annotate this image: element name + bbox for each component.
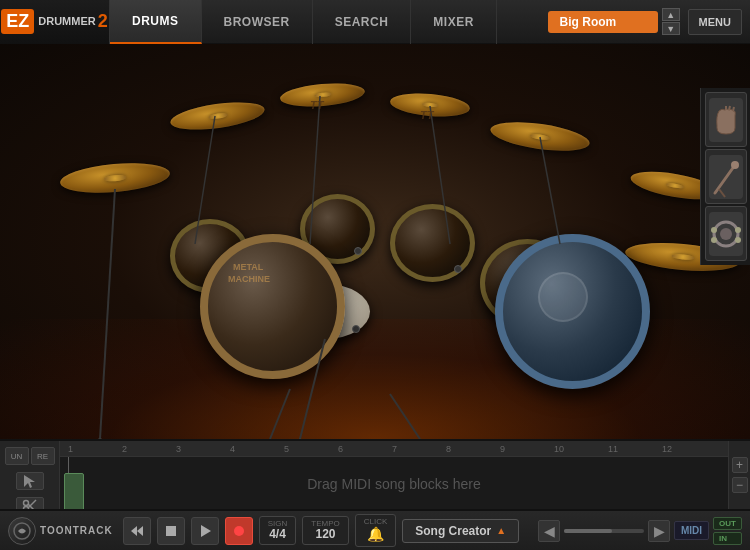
toontrack-icon [8, 517, 36, 545]
nav-tabs: DRUMS BROWSER SEARCH MIXER [110, 0, 497, 44]
crash-cymbal-1[interactable] [169, 98, 266, 135]
tab-search[interactable]: SEARCH [313, 0, 412, 44]
drum-area: METAL MACHINE TT TT [0, 44, 750, 439]
tab-browser[interactable]: BROWSER [202, 0, 313, 44]
drummer-logo: DRUMMER [38, 15, 95, 28]
undo-button[interactable]: UN [5, 447, 29, 465]
click-icon: 🔔 [367, 527, 384, 542]
rewind-button[interactable] [123, 517, 151, 545]
tt-logo-2: TT [420, 109, 433, 121]
measure-7: 7 [392, 444, 397, 454]
hand-instrument-btn[interactable] [705, 92, 747, 147]
svg-point-20 [720, 228, 732, 240]
measure-12: 12 [662, 444, 672, 454]
arrow-tool-icon [22, 473, 38, 489]
io-out-button[interactable]: OUT [713, 517, 742, 530]
song-creator-button[interactable]: Song Creator ▲ [402, 519, 519, 543]
svg-marker-25 [24, 475, 35, 488]
app-logo: EZ DRUMMER 2 [0, 0, 110, 44]
output-right-button[interactable]: ▶ [648, 520, 670, 542]
output-left-button[interactable]: ◀ [538, 520, 560, 542]
io-in-button[interactable]: IN [713, 532, 742, 545]
track-content[interactable]: Drag MIDI song blocks here [60, 457, 728, 511]
drum-control-dot[interactable] [454, 265, 462, 273]
stop-icon [164, 524, 178, 538]
zoom-out-button[interactable]: − [732, 477, 748, 493]
track-left-panel: UN RE [0, 441, 60, 511]
svg-point-23 [711, 237, 717, 243]
stop-button[interactable] [157, 517, 185, 545]
svg-line-6 [270, 389, 290, 439]
svg-rect-33 [166, 526, 176, 536]
svg-line-0 [100, 189, 115, 439]
menu-button[interactable]: MENU [688, 9, 742, 35]
svg-line-7 [390, 394, 420, 439]
bass-drum-2[interactable] [495, 234, 650, 389]
preset-arrows: ▲ ▼ [662, 8, 680, 35]
hand-icon [707, 96, 745, 144]
measure-5: 5 [284, 444, 289, 454]
ez-logo: EZ [1, 9, 34, 34]
svg-point-21 [711, 227, 717, 233]
drum-control-dot[interactable] [352, 325, 360, 333]
tt-logo-1: TT [310, 99, 323, 111]
output-controls: ◀ ▶ MIDI OUT IN [538, 517, 742, 545]
measure-ruler: 1 2 3 4 5 6 7 8 9 10 11 12 [60, 441, 728, 457]
hihat-cymbal[interactable] [59, 159, 171, 196]
bass-drum-1[interactable]: METAL MACHINE [200, 234, 345, 379]
tempo-value: 120 [315, 528, 335, 541]
svg-point-22 [735, 227, 741, 233]
svg-marker-34 [201, 525, 211, 537]
preset-up-arrow[interactable]: ▲ [662, 8, 680, 21]
toontrack-symbol [12, 521, 32, 541]
measure-10: 10 [554, 444, 564, 454]
zoom-in-button[interactable]: + [732, 457, 748, 473]
measure-9: 9 [500, 444, 505, 454]
drag-midi-label: Drag MIDI song blocks here [307, 476, 481, 492]
volume-slider[interactable] [564, 529, 644, 533]
drum-kit: METAL MACHINE TT TT [0, 44, 750, 439]
volume-fill [564, 529, 612, 533]
record-icon [233, 525, 245, 537]
time-signature-display: Sign 4/4 [259, 516, 297, 546]
drum-hardware-svg [0, 44, 750, 439]
click-display[interactable]: Click 🔔 [355, 514, 397, 546]
select-tool-button[interactable] [16, 472, 44, 490]
sign-value: 4/4 [269, 528, 286, 541]
stick-instrument-btn[interactable] [705, 149, 747, 204]
tambourine-icon [707, 210, 745, 258]
toontrack-name: TOONTRACK [40, 525, 113, 536]
io-buttons: OUT IN [713, 517, 742, 545]
tempo-display[interactable]: Tempo 120 [302, 516, 348, 546]
midi-block[interactable] [64, 473, 84, 511]
svg-line-15 [733, 107, 734, 111]
record-button[interactable] [225, 517, 253, 545]
play-icon [198, 524, 212, 538]
tom-drum-2[interactable] [390, 204, 475, 282]
svg-marker-32 [137, 526, 143, 536]
svg-point-24 [735, 237, 741, 243]
tab-mixer[interactable]: MIXER [411, 0, 497, 44]
right-instrument-panel [700, 88, 750, 265]
measure-6: 6 [338, 444, 343, 454]
bottom-bar: TOONTRACK Sign 4/4 Tempo 120 Click 🔔 [0, 509, 750, 550]
redo-button[interactable]: RE [31, 447, 55, 465]
preset-down-arrow[interactable]: ▼ [662, 22, 680, 35]
play-button[interactable] [191, 517, 219, 545]
track-area: UN RE 1 2 3 4 5 6 7 8 9 [0, 439, 750, 509]
tab-drums[interactable]: DRUMS [110, 0, 202, 44]
track-zoom-controls: + − [728, 441, 750, 509]
measure-3: 3 [176, 444, 181, 454]
midi-button[interactable]: MIDI [674, 521, 709, 540]
svg-line-29 [28, 500, 36, 508]
measure-4: 4 [230, 444, 235, 454]
svg-point-17 [731, 161, 739, 169]
drum-control-dot[interactable] [354, 247, 362, 255]
toontrack-logo: TOONTRACK [8, 517, 113, 545]
tambourine-instrument-btn[interactable] [705, 206, 747, 261]
song-creator-arrow: ▲ [496, 525, 506, 536]
crash-cymbal-4[interactable] [489, 117, 592, 156]
rewind-icon [130, 524, 144, 538]
song-creator-label: Song Creator [415, 524, 491, 538]
measure-8: 8 [446, 444, 451, 454]
